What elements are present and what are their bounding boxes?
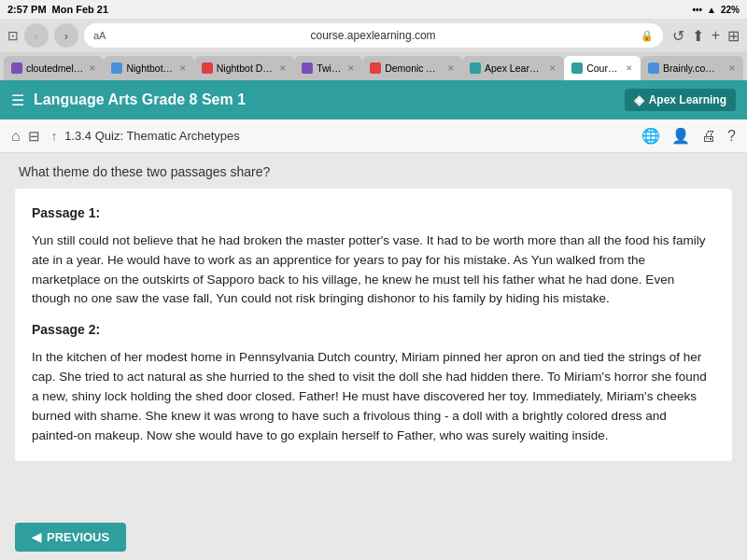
wifi-icon: ▲ — [707, 5, 716, 15]
tab-brainly[interactable]: Brainly.com -... ✕ — [641, 56, 743, 80]
translate-icon[interactable]: 🌐 — [641, 127, 660, 145]
home-icon[interactable]: ⌂ — [11, 128, 21, 145]
question-text: What theme do these two passages share? — [15, 164, 732, 179]
tab-nightbot[interactable]: Nightbot -... ✕ — [104, 56, 193, 80]
up-arrow-icon[interactable]: ↑ — [51, 129, 58, 143]
tab-courses[interactable]: Courses ✕ — [564, 56, 641, 80]
tab-favicon — [370, 63, 381, 74]
tab-favicon — [202, 63, 213, 74]
print-icon[interactable]: 🖨 — [701, 128, 716, 145]
menu-icon[interactable]: ☰ — [11, 91, 24, 109]
passage1-title: Passage 1: — [32, 203, 715, 224]
tab-favicon — [648, 63, 659, 74]
dots-icon: ••• — [693, 5, 703, 15]
tab-label: Brainly.com -... — [663, 63, 723, 74]
tabs-row: cloutedmel -... ✕ Nightbot -... ✕ Nightb… — [0, 52, 747, 80]
tab-favicon — [470, 63, 481, 74]
browser-toolbar: ⊡ ‹ › aA course.apexlearning.com 🔒 ↺ ⬆ +… — [0, 19, 747, 52]
tab-nightbot-docs[interactable]: Nightbot Docs ✕ — [194, 56, 294, 80]
tab-label: cloutedmel -... — [26, 63, 83, 74]
bookmark-icon[interactable]: ⊟ — [28, 128, 40, 145]
share-button[interactable]: ⬆ — [692, 27, 704, 45]
tab-close-icon[interactable]: ✕ — [549, 63, 557, 73]
aa-label: aA — [93, 30, 106, 41]
tab-close-icon[interactable]: ✕ — [626, 63, 633, 73]
tab-favicon — [11, 63, 22, 74]
window-icon[interactable]: ⊡ — [7, 28, 19, 43]
app-title: Language Arts Grade 8 Sem 1 — [34, 91, 246, 108]
prev-label: PREVIOUS — [47, 530, 109, 544]
previous-button[interactable]: ◀ PREVIOUS — [15, 523, 126, 552]
tab-favicon — [111, 63, 122, 74]
passage2-title: Passage 2: — [32, 320, 715, 341]
bottom-nav: ◀ PREVIOUS — [0, 513, 747, 560]
tab-cloutedmel[interactable]: cloutedmel -... ✕ — [4, 56, 104, 80]
tab-label: Nightbot Docs — [217, 63, 274, 74]
breadcrumb: 1.3.4 Quiz: Thematic Archetypes — [64, 129, 240, 143]
tab-close-icon[interactable]: ✕ — [728, 63, 736, 73]
passage1-text: Yun still could not believe that he had … — [32, 231, 715, 310]
tab-close-icon[interactable]: ✕ — [447, 63, 455, 73]
address-text: course.apexlearning.com — [111, 29, 634, 42]
tab-label: Demonic Att... — [385, 63, 442, 74]
main-content: What theme do these two passages share? … — [0, 153, 747, 560]
lock-icon: 🔒 — [641, 30, 654, 42]
back-button[interactable]: ‹ — [24, 23, 49, 48]
tab-close-icon[interactable]: ✕ — [89, 63, 96, 73]
tab-favicon — [571, 63, 583, 74]
passage2-text: In the kitchen of her modest home in Pen… — [32, 348, 715, 446]
passage-card: Passage 1: Yun still could not believe t… — [15, 189, 732, 461]
tab-label: Courses — [586, 63, 620, 74]
tab-close-icon[interactable]: ✕ — [179, 63, 187, 73]
apex-logo-text: Apex Learning — [649, 93, 726, 106]
content-toolbar: ⌂ ⊟ ↑ 1.3.4 Quiz: Thematic Archetypes 🌐 … — [0, 119, 747, 153]
tab-apex[interactable]: Apex Learning ✕ — [462, 56, 564, 80]
forward-button[interactable]: › — [54, 23, 78, 48]
tab-label: Twitch — [317, 63, 342, 74]
tts-icon[interactable]: 👤 — [671, 127, 690, 145]
prev-arrow-icon: ◀ — [32, 530, 41, 544]
tab-twitch[interactable]: Twitch ✕ — [294, 56, 362, 80]
apex-logo: ◈ Apex Learning — [625, 89, 736, 111]
tab-label: Apex Learning — [485, 63, 543, 74]
date: Mon Feb 21 — [52, 4, 109, 15]
tab-favicon — [302, 63, 313, 74]
tabs-button[interactable]: ⊞ — [727, 27, 740, 45]
app-header: ☰ Language Arts Grade 8 Sem 1 ◈ Apex Lea… — [0, 80, 747, 119]
battery-icon: 22% — [721, 5, 740, 15]
time: 2:57 PM — [7, 4, 47, 15]
tab-demonic[interactable]: Demonic Att... ✕ — [362, 56, 462, 80]
new-tab-button[interactable]: + — [712, 27, 720, 45]
status-bar: 2:57 PM Mon Feb 21 ••• ▲ 22% — [0, 0, 747, 19]
tab-label: Nightbot -... — [126, 63, 173, 74]
tab-close-icon[interactable]: ✕ — [279, 63, 287, 73]
tab-close-icon[interactable]: ✕ — [347, 63, 355, 73]
help-icon[interactable]: ? — [727, 128, 736, 145]
apex-logo-icon: ◈ — [634, 92, 644, 107]
address-bar[interactable]: aA course.apexlearning.com 🔒 — [84, 23, 663, 48]
reload-button[interactable]: ↺ — [672, 27, 684, 45]
